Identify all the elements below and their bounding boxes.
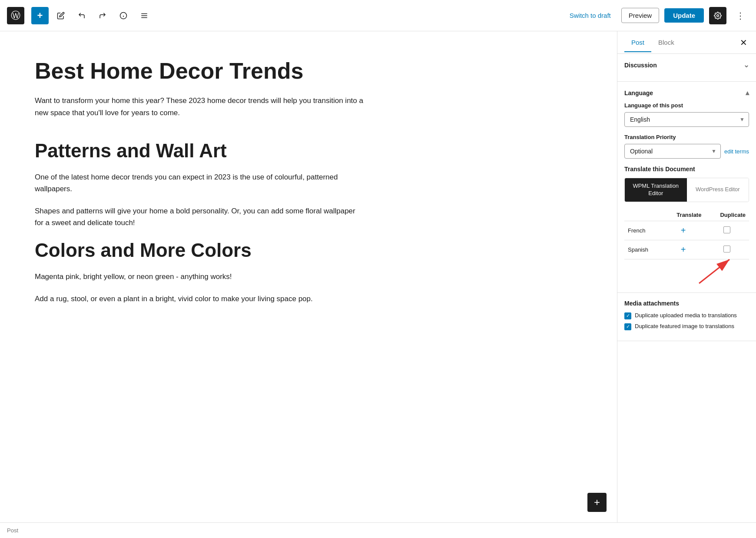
switch-to-draft-button[interactable]: Switch to draft bbox=[564, 8, 616, 23]
toolbar-left: Ⓦ + bbox=[7, 7, 153, 24]
svg-line-8 bbox=[699, 259, 729, 283]
wordpress-editor-button[interactable]: WordPress Editor bbox=[687, 178, 749, 202]
dup-featured-checkbox[interactable] bbox=[624, 323, 631, 330]
language-select-wrapper: English ▼ bbox=[624, 112, 749, 127]
status-post-label: Post bbox=[7, 527, 18, 534]
section2-para2: Add a rug, stool, or even a plant in a b… bbox=[35, 293, 365, 305]
dup-uploaded-row: Duplicate uploaded media to translations bbox=[624, 312, 749, 319]
translation-priority-label: Translation Priority bbox=[624, 134, 749, 140]
dup-uploaded-label: Duplicate uploaded media to translations bbox=[635, 312, 737, 319]
arrow-annotation bbox=[624, 259, 749, 286]
wordpress-logo: Ⓦ bbox=[7, 7, 24, 24]
discussion-chevron-icon: ⌄ bbox=[743, 61, 749, 69]
update-button[interactable]: Update bbox=[664, 8, 704, 23]
priority-row: Optional ▼ edit terms bbox=[624, 144, 749, 159]
main-area: Best Home Decor Trends Want to transform… bbox=[0, 31, 756, 522]
edit-tool-button[interactable] bbox=[52, 7, 70, 24]
french-lang-cell: French bbox=[624, 221, 662, 240]
lang-col-header bbox=[624, 209, 662, 221]
language-section: Language ▴ Language of this post English… bbox=[617, 82, 756, 293]
svg-point-6 bbox=[717, 14, 719, 17]
section1-para1: One of the latest home decor trends you … bbox=[35, 171, 365, 195]
language-of-post-label: Language of this post bbox=[624, 102, 749, 109]
sidebar: Post Block ✕ Discussion ⌄ Language ▴ Lan… bbox=[617, 31, 756, 522]
undo-button[interactable] bbox=[73, 7, 90, 24]
post-title: Best Home Decor Trends bbox=[35, 57, 582, 84]
add-block-bottom-button[interactable]: + bbox=[587, 493, 607, 512]
spanish-translate-cell: + bbox=[662, 240, 705, 259]
tab-post[interactable]: Post bbox=[624, 33, 651, 52]
language-chevron-icon: ▴ bbox=[746, 89, 749, 97]
editor-canvas[interactable]: Best Home Decor Trends Want to transform… bbox=[0, 31, 617, 522]
spanish-translate-plus-icon[interactable]: + bbox=[681, 245, 686, 254]
spanish-duplicate-checkbox[interactable] bbox=[723, 246, 730, 252]
translate-col-header: Translate bbox=[662, 209, 705, 221]
discussion-label: Discussion bbox=[624, 62, 657, 69]
add-block-button[interactable]: + bbox=[31, 7, 49, 24]
edit-terms-link[interactable]: edit terms bbox=[724, 148, 749, 155]
translate-doc-label: Translate this Document bbox=[624, 166, 749, 173]
priority-select-wrapper: Optional ▼ bbox=[624, 144, 721, 159]
french-translate-plus-icon[interactable]: + bbox=[681, 226, 686, 235]
translation-table: Translate Duplicate French + bbox=[624, 209, 749, 259]
section1-heading: Patterns and Wall Art bbox=[35, 139, 582, 163]
duplicate-col-header: Duplicate bbox=[705, 209, 749, 221]
table-row: French + bbox=[624, 221, 749, 240]
french-duplicate-checkbox[interactable] bbox=[723, 226, 730, 233]
red-arrow-icon bbox=[697, 255, 736, 286]
discussion-header[interactable]: Discussion ⌄ bbox=[624, 61, 749, 69]
media-label: Media attachments bbox=[624, 300, 749, 307]
language-header[interactable]: Language ▴ bbox=[624, 89, 749, 97]
post-intro: Want to transform your home this year? T… bbox=[35, 95, 365, 118]
section1-para2: Shapes and patterns will give your home … bbox=[35, 205, 365, 229]
discussion-section: Discussion ⌄ bbox=[617, 54, 756, 82]
language-label: Language bbox=[624, 90, 653, 96]
french-duplicate-cell bbox=[705, 221, 749, 240]
spanish-lang-cell: Spanish bbox=[624, 240, 662, 259]
toolbar-right: Switch to draft Preview Update ⋮ bbox=[564, 7, 749, 24]
toolbar: Ⓦ + Switch to draft Preview Update ⋮ bbox=[0, 0, 756, 31]
tab-block[interactable]: Block bbox=[651, 33, 681, 52]
wpml-editor-button[interactable]: WPML Translation Editor bbox=[625, 178, 687, 202]
spanish-duplicate-cell bbox=[705, 240, 749, 259]
editor-toggle: WPML Translation Editor WordPress Editor bbox=[624, 178, 749, 202]
dup-uploaded-checkbox[interactable] bbox=[624, 312, 631, 319]
info-button[interactable] bbox=[115, 7, 132, 24]
redo-button[interactable] bbox=[94, 7, 111, 24]
dup-featured-label: Duplicate featured image to translations bbox=[635, 323, 734, 329]
more-options-button[interactable]: ⋮ bbox=[732, 7, 749, 24]
sidebar-tabs: Post Block ✕ bbox=[617, 31, 756, 54]
media-attachments-section: Media attachments Duplicate uploaded med… bbox=[617, 293, 756, 341]
sidebar-tabs-list: Post Block bbox=[624, 33, 681, 52]
dup-featured-row: Duplicate featured image to translations bbox=[624, 323, 749, 330]
priority-select[interactable]: Optional bbox=[624, 144, 721, 159]
section2-heading: Colors and More Colors bbox=[35, 239, 582, 262]
list-view-button[interactable] bbox=[136, 7, 153, 24]
close-sidebar-button[interactable]: ✕ bbox=[738, 36, 749, 50]
language-select[interactable]: English bbox=[624, 112, 749, 127]
status-bar: Post bbox=[0, 522, 756, 538]
french-translate-cell: + bbox=[662, 221, 705, 240]
settings-button[interactable] bbox=[709, 7, 726, 24]
preview-button[interactable]: Preview bbox=[621, 8, 659, 23]
table-row: Spanish + bbox=[624, 240, 749, 259]
section2-para1: Magenta pink, bright yellow, or neon gre… bbox=[35, 271, 365, 282]
